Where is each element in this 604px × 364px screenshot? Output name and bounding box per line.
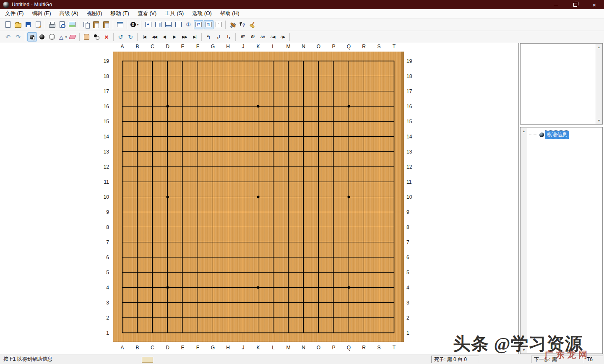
rotate-ccw-button[interactable]: ↺	[116, 32, 125, 42]
board-row-label-right: 2	[406, 315, 419, 321]
restore-icon	[573, 3, 577, 7]
board-col-label-bottom: K	[253, 345, 263, 351]
menu-advanced[interactable]: 高级 (A)	[55, 9, 83, 18]
menu-options[interactable]: 选项 (O)	[188, 9, 216, 18]
menu-help[interactable]: 帮助 (H)	[216, 9, 244, 18]
nav-forward-10-button[interactable]: ▶▶	[180, 32, 190, 42]
menu-display[interactable]: 查看 (V)	[133, 9, 161, 18]
scroll-up-icon[interactable]: ▲	[596, 44, 602, 50]
nav-back-icon: ◀	[161, 34, 168, 40]
redo-button[interactable]: ↷	[13, 32, 23, 42]
delete-move-button[interactable]: ×	[102, 32, 112, 42]
board-row-label-right: 12	[406, 164, 419, 170]
board-row-label-left: 18	[96, 73, 109, 79]
clean-board-button[interactable]	[248, 20, 258, 29]
board-row-label-left: 17	[96, 88, 109, 94]
swap-panels-icon	[205, 21, 212, 28]
tools-button[interactable]	[228, 20, 237, 29]
scroll-down-icon[interactable]: ▼	[521, 347, 527, 353]
status-swatch	[142, 357, 153, 363]
label-letter-button[interactable]: A*	[238, 32, 247, 42]
restore-button[interactable]	[565, 0, 585, 9]
toolbar-separator	[289, 33, 290, 41]
nav-last-button[interactable]: ▶|	[190, 32, 200, 42]
toolbar-main: ▾①	[0, 18, 604, 31]
rotate-cw-button[interactable]: ↻	[126, 32, 135, 42]
board-row-label-left: 15	[96, 119, 109, 125]
comment-scrollbar[interactable]: ▲ ▼	[596, 44, 602, 124]
print-button[interactable]	[47, 20, 57, 29]
board-col-label-top: E	[178, 44, 188, 49]
paste-special-button[interactable]	[102, 20, 111, 29]
close-button[interactable]: ×	[585, 0, 604, 9]
save-file-button[interactable]	[23, 20, 33, 29]
panel-bottom-button[interactable]	[164, 20, 173, 29]
panel-right-button[interactable]	[154, 20, 163, 29]
paste-button[interactable]	[91, 20, 101, 29]
variation-up-button[interactable]: ↰	[204, 32, 213, 42]
new-file-button[interactable]	[3, 20, 13, 29]
stone-label-button[interactable]: ▾	[129, 20, 139, 29]
scroll-down-icon[interactable]: ▼	[596, 117, 602, 124]
nav-forward-button[interactable]: ▶	[170, 32, 180, 42]
label-number-button[interactable]: A¹	[248, 32, 258, 42]
hand-icon	[83, 34, 90, 40]
move-number-button[interactable]: ①	[184, 20, 193, 29]
find-prev-button[interactable]: A◀	[268, 32, 278, 42]
markup-button[interactable]: △▾	[57, 32, 68, 42]
game-tree-panel[interactable]: ▲ ▼ 棋谱信息	[520, 127, 603, 354]
open-file-button[interactable]	[13, 20, 23, 29]
game-info-button[interactable]	[115, 20, 125, 29]
panel-top-button[interactable]	[143, 20, 153, 29]
black-stone-icon	[39, 34, 46, 40]
variation-prev-button[interactable]: ↲	[214, 32, 224, 42]
white-stone-button[interactable]	[47, 32, 57, 42]
swap-panel-button[interactable]	[204, 20, 213, 29]
eraser-button[interactable]	[68, 32, 78, 42]
menu-view[interactable]: 视图(I)	[83, 9, 107, 18]
edit-sgf-button[interactable]	[34, 20, 43, 29]
stone-node-icon	[539, 133, 544, 137]
menu-file[interactable]: 文件 (F)	[1, 9, 28, 18]
nav-back-button[interactable]: ◀	[160, 32, 169, 42]
panel-off-button[interactable]	[174, 20, 183, 29]
toolbar-separator	[127, 21, 127, 29]
context-help-button[interactable]	[238, 20, 247, 29]
board-col-label-top: C	[148, 44, 158, 49]
variation-next-button[interactable]: ↳	[224, 32, 234, 42]
minimize-button[interactable]	[546, 0, 565, 9]
menu-tools[interactable]: 工具 (S)	[161, 9, 188, 18]
board-row-label-left: 11	[96, 179, 109, 185]
nav-back-10-button[interactable]: ◀◀	[150, 32, 159, 42]
tree-scrollbar[interactable]: ▲ ▼	[521, 128, 527, 353]
pan-button[interactable]	[82, 32, 91, 42]
comment-panel[interactable]: ▲ ▼	[520, 43, 603, 125]
play-mode-button[interactable]	[27, 32, 37, 42]
scroll-up-icon[interactable]: ▲	[521, 128, 527, 134]
export-image-button[interactable]	[68, 20, 77, 29]
star-point	[166, 286, 169, 289]
find-label-button[interactable]: AA	[258, 32, 268, 42]
toolbar-separator	[25, 33, 25, 41]
undo-button[interactable]: ↶	[3, 32, 13, 42]
board-row-label-left: 12	[96, 164, 109, 170]
board-col-label-top: M	[284, 44, 294, 49]
menu-edit[interactable]: 编辑 (E)	[28, 9, 55, 18]
nav-first-button[interactable]: |◀	[140, 32, 149, 42]
swap-board-button[interactable]	[194, 20, 203, 29]
client-area: AABBCCDDEEFFGGHHJJKKLLMMNNOOPPQQRRSSTT19…	[0, 43, 604, 354]
copy-button[interactable]	[81, 20, 91, 29]
context-help-icon	[239, 21, 246, 28]
app-icon	[3, 2, 9, 8]
branch-down-icon: ↲	[215, 34, 222, 40]
menu-move[interactable]: 移动 (T)	[107, 9, 133, 18]
black-stone-button[interactable]	[37, 32, 47, 42]
stone-order-button[interactable]	[92, 32, 102, 42]
tree-item-game-info[interactable]: 棋谱信息	[529, 131, 569, 139]
tree-view-button[interactable]	[214, 20, 224, 29]
find-label-icon: AA	[259, 34, 266, 40]
print-preview-button[interactable]	[57, 20, 67, 29]
find-next-button[interactable]: A▶	[278, 32, 288, 42]
go-board[interactable]	[113, 52, 404, 342]
board-col-label-bottom: N	[299, 345, 309, 351]
